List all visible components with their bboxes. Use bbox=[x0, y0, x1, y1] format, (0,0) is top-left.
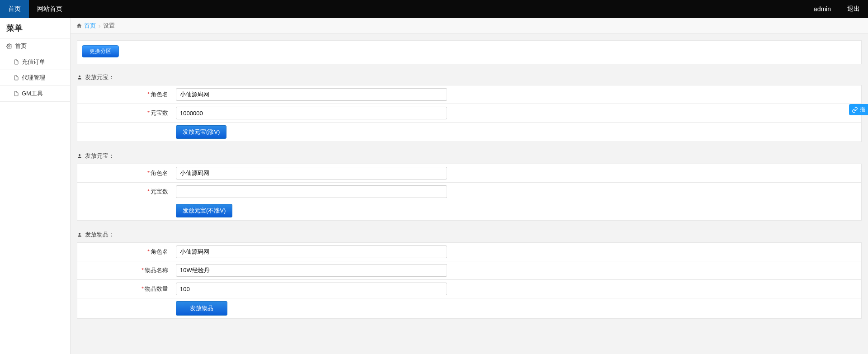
sidebar-item-label: GM工具 bbox=[22, 90, 43, 98]
section3-itemname-ctl bbox=[172, 261, 862, 280]
spacer-row bbox=[77, 142, 862, 150]
table-row: *角色名 bbox=[77, 85, 862, 104]
required-marker: * bbox=[142, 267, 144, 274]
sidebar-item-recharge[interactable]: 充值订单 bbox=[0, 54, 70, 70]
section3-header: 发放物品： bbox=[77, 231, 862, 239]
section2-amount-label-cell: *元宝数 bbox=[77, 183, 172, 201]
doc-icon bbox=[14, 91, 19, 96]
section3-role-input[interactable] bbox=[176, 245, 447, 258]
section2-role-label-cell: *角色名 bbox=[77, 164, 172, 183]
sidebar-item-label: 首页 bbox=[15, 42, 27, 50]
content-wrap: 首页 › 设置 更换分区 发放元宝： *角色名 bbox=[71, 18, 868, 354]
section1-header: 发放元宝： bbox=[77, 73, 862, 81]
section3-role-ctl bbox=[172, 243, 862, 261]
sidebar-item-agent[interactable]: 代理管理 bbox=[0, 70, 70, 86]
table-row: *物品名称 bbox=[77, 261, 862, 280]
panel-change-zone: 更换分区 bbox=[77, 40, 862, 64]
breadcrumb: 首页 › 设置 bbox=[71, 18, 868, 34]
floating-label: 拖 bbox=[860, 106, 865, 113]
sidebar: 菜单 首页 充值订单 代理管理 GM工具 bbox=[0, 18, 71, 354]
sidebar-item-gmtools[interactable]: GM工具 bbox=[0, 86, 70, 102]
required-marker: * bbox=[142, 285, 144, 292]
svg-point-0 bbox=[9, 45, 10, 47]
section2-role-label: 角色名 bbox=[151, 170, 168, 176]
svg-point-1 bbox=[79, 76, 80, 77]
nav-site-home-label: 网站首页 bbox=[37, 5, 62, 13]
table-row: *角色名 bbox=[77, 243, 862, 261]
section1-title: 发放元宝： bbox=[85, 73, 114, 81]
section1-submit-button[interactable]: 发放元宝(涨V) bbox=[176, 125, 226, 139]
required-marker: * bbox=[147, 248, 150, 255]
breadcrumb-home-link[interactable]: 首页 bbox=[84, 22, 96, 30]
section3-title: 发放物品： bbox=[85, 231, 114, 239]
section2-submit-button[interactable]: 发放元宝(不涨V) bbox=[176, 204, 232, 217]
section3-itemcount-input[interactable] bbox=[176, 283, 447, 295]
section2-form: *角色名 *元宝数 发放元宝(不涨V) bbox=[77, 164, 862, 221]
section3-itemcount-label-cell: *物品数量 bbox=[77, 280, 172, 298]
section3-submit-button[interactable]: 发放物品 bbox=[176, 301, 227, 316]
section2-amount-label: 元宝数 bbox=[151, 188, 168, 195]
doc-icon bbox=[14, 75, 19, 80]
nav-home[interactable]: 首页 bbox=[0, 0, 29, 18]
section1-amount-input[interactable] bbox=[176, 107, 447, 119]
table-row: 发放物品 bbox=[77, 298, 862, 319]
layout: 菜单 首页 充值订单 代理管理 GM工具 bbox=[0, 18, 868, 354]
person-icon bbox=[77, 153, 82, 159]
svg-point-2 bbox=[79, 154, 80, 156]
section2-role-ctl bbox=[172, 164, 862, 183]
floating-drag-tag[interactable]: 拖 bbox=[849, 104, 868, 115]
section3-itemname-label: 物品名称 bbox=[145, 267, 168, 274]
table-row: *角色名 bbox=[77, 164, 862, 183]
section3-submit-cell: 发放物品 bbox=[172, 298, 862, 319]
nav-logout-label: 退出 bbox=[847, 5, 860, 13]
content: 更换分区 发放元宝： *角色名 *元宝数 bbox=[71, 34, 868, 325]
section3-itemname-input[interactable] bbox=[176, 264, 447, 277]
sidebar-title: 菜单 bbox=[0, 18, 70, 38]
section2-role-input[interactable] bbox=[176, 167, 447, 179]
section3-itemname-label-cell: *物品名称 bbox=[77, 261, 172, 280]
nav-logout[interactable]: 退出 bbox=[839, 0, 868, 18]
breadcrumb-sep: › bbox=[99, 23, 100, 29]
top-nav: 首页 网站首页 admin 退出 bbox=[0, 0, 868, 18]
nav-user[interactable]: admin bbox=[806, 0, 839, 18]
table-row: *元宝数 bbox=[77, 183, 862, 201]
nav-site-home[interactable]: 网站首页 bbox=[29, 0, 71, 18]
change-zone-button[interactable]: 更换分区 bbox=[82, 45, 119, 57]
required-marker: * bbox=[147, 170, 150, 176]
section1-role-label-cell: *角色名 bbox=[77, 85, 172, 104]
nav-user-label: admin bbox=[814, 5, 831, 13]
gear-icon bbox=[6, 43, 12, 49]
section3-empty-label bbox=[77, 298, 172, 319]
section1-role-label: 角色名 bbox=[151, 91, 168, 98]
section2-amount-input[interactable] bbox=[176, 185, 447, 198]
section3-itemcount-label: 物品数量 bbox=[145, 285, 168, 292]
section1-amount-label-cell: *元宝数 bbox=[77, 104, 172, 123]
svg-point-3 bbox=[79, 233, 80, 235]
sidebar-item-home[interactable]: 首页 bbox=[0, 38, 70, 54]
section2-submit-cell: 发放元宝(不涨V) bbox=[172, 201, 862, 221]
section2-header: 发放元宝： bbox=[77, 152, 862, 160]
person-icon bbox=[77, 232, 82, 237]
nav-home-label: 首页 bbox=[8, 5, 21, 13]
section1-submit-cell: 发放元宝(涨V) bbox=[172, 123, 862, 142]
spacer-row bbox=[77, 221, 862, 229]
section1-role-ctl bbox=[172, 85, 862, 104]
section2-empty-label bbox=[77, 201, 172, 221]
section3-role-label: 角色名 bbox=[151, 248, 168, 255]
person-icon bbox=[77, 75, 82, 80]
link-icon bbox=[852, 106, 860, 113]
sidebar-item-label: 代理管理 bbox=[22, 74, 45, 82]
section1-role-input[interactable] bbox=[176, 88, 447, 101]
sidebar-item-label: 充值订单 bbox=[22, 58, 45, 66]
section3-itemcount-ctl bbox=[172, 280, 862, 298]
section2-amount-ctl bbox=[172, 183, 862, 201]
required-marker: * bbox=[147, 188, 150, 195]
required-marker: * bbox=[147, 109, 150, 116]
nav-spacer bbox=[71, 0, 806, 18]
doc-icon bbox=[14, 59, 19, 65]
table-row: *元宝数 bbox=[77, 104, 862, 123]
table-row: 发放元宝(涨V) bbox=[77, 123, 862, 142]
section1-form: *角色名 *元宝数 发放元宝(涨V) bbox=[77, 85, 862, 142]
section1-amount-ctl bbox=[172, 104, 862, 123]
table-row: 发放元宝(不涨V) bbox=[77, 201, 862, 221]
